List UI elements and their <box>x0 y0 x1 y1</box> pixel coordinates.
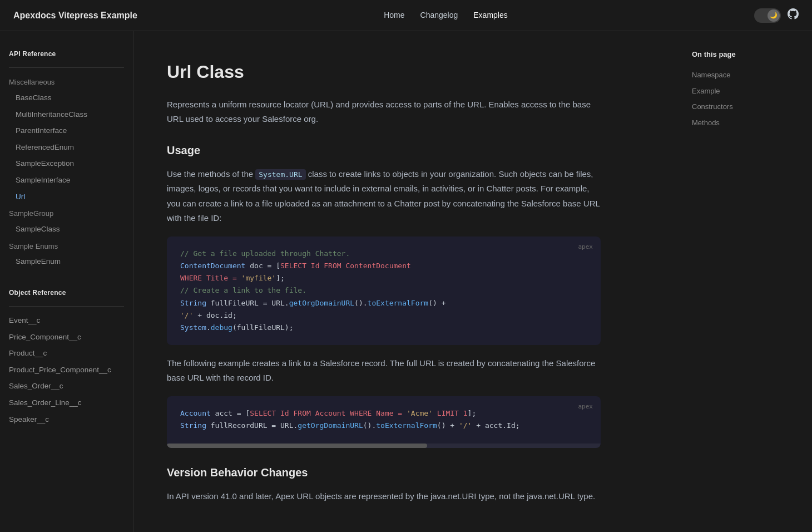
version-heading: Version Behavior Changes <box>167 464 601 481</box>
version-prose: In API version 41.0 and later, Apex URL … <box>167 489 601 504</box>
github-icon[interactable] <box>788 7 799 24</box>
sidebar: API Reference Miscellaneous BaseClass Mu… <box>0 31 133 532</box>
sidebar-item-baseclass[interactable]: BaseClass <box>0 90 133 106</box>
sidebar-divider-2 <box>9 306 124 307</box>
code-block-1: apex // Get a file uploaded through Chat… <box>167 237 601 345</box>
table-of-contents: On this page Namespace Example Construct… <box>679 31 812 149</box>
toc-item-constructors[interactable]: Constructors <box>692 99 799 115</box>
header-actions: 🌙 <box>754 7 799 24</box>
sidebar-item-multiinheritance[interactable]: MultiInheritanceClass <box>0 106 133 123</box>
code-block-2: apex Account acct = [SELECT Id FROM Acco… <box>167 396 601 447</box>
sidebar-item-parentinterface[interactable]: ParentInterface <box>0 122 133 139</box>
sidebar-item-speaker[interactable]: Speaker__c <box>0 411 133 428</box>
sidebar-item-sampleinterface[interactable]: SampleInterface <box>0 172 133 189</box>
api-reference-label: API Reference <box>0 45 133 62</box>
sidebar-item-sampleclass[interactable]: SampleClass <box>0 221 133 238</box>
header: Apexdocs Vitepress Example Home Changelo… <box>0 0 812 31</box>
sidebar-item-pricecomponent[interactable]: Price_Component__c <box>0 329 133 346</box>
sidebar-item-event[interactable]: Event__c <box>0 312 133 329</box>
scrollbar-thumb <box>167 444 427 448</box>
object-reference-label: Object Reference <box>0 283 133 301</box>
nav-changelog[interactable]: Changelog <box>420 9 458 21</box>
version-text: In API version 41.0 and later, Apex URL … <box>167 489 601 504</box>
toc-item-namespace[interactable]: Namespace <box>692 67 799 83</box>
header-nav: Home Changelog Examples <box>384 9 508 21</box>
code-content-1[interactable]: // Get a file uploaded through Chatter. … <box>167 237 601 345</box>
sidebar-item-productpricecomponent[interactable]: Product_Price_Component__c <box>0 362 133 378</box>
page-description: Represents a uniform resource locator (U… <box>167 97 601 126</box>
page-layout: API Reference Miscellaneous BaseClass Mu… <box>0 31 812 532</box>
sidebar-item-salesorder[interactable]: Sales_Order__c <box>0 378 133 395</box>
sample-enums-label: Sample Enums <box>0 238 133 254</box>
site-logo[interactable]: Apexdocs Vitepress Example <box>13 8 137 23</box>
toc-title: On this page <box>692 49 799 61</box>
code-content-2[interactable]: Account acct = [SELECT Id FROM Account W… <box>167 396 601 443</box>
sidebar-item-salesorderline[interactable]: Sales_Order_Line__c <box>0 395 133 411</box>
sidebar-item-sampleenum[interactable]: SampleEnum <box>0 253 133 270</box>
nav-home[interactable]: Home <box>384 9 404 21</box>
theme-icon: 🌙 <box>768 9 780 22</box>
toc-item-example[interactable]: Example <box>692 83 799 100</box>
sidebar-item-referencedenum[interactable]: ReferencedEnum <box>0 139 133 156</box>
miscellaneous-label: Miscellaneous <box>0 73 133 90</box>
system-url-code: System.URL <box>255 169 305 180</box>
nav-examples[interactable]: Examples <box>473 9 507 21</box>
theme-toggle-button[interactable]: 🌙 <box>754 8 781 23</box>
usage-intro-text: Use the methods of the <box>167 169 253 179</box>
sidebar-item-sampleexception[interactable]: SampleException <box>0 155 133 172</box>
following-text: The following example creates a link to … <box>167 356 601 386</box>
scrollbar-indicator[interactable] <box>167 444 601 448</box>
page-title: Url Class <box>167 58 601 86</box>
sidebar-divider-1 <box>9 67 124 68</box>
sample-group-label: SampleGroup <box>0 205 133 221</box>
code-lang-1: apex <box>578 242 593 252</box>
sidebar-item-product[interactable]: Product__c <box>0 345 133 362</box>
following-prose: The following example creates a link to … <box>167 356 601 386</box>
usage-prose: Use the methods of the System.URL class … <box>167 167 601 225</box>
usage-heading: Usage <box>167 141 601 159</box>
code-lang-2: apex <box>578 402 593 412</box>
sidebar-item-url[interactable]: Url <box>0 189 133 205</box>
toc-item-methods[interactable]: Methods <box>692 115 799 131</box>
main-content: Url Class Represents a uniform resource … <box>133 31 634 532</box>
